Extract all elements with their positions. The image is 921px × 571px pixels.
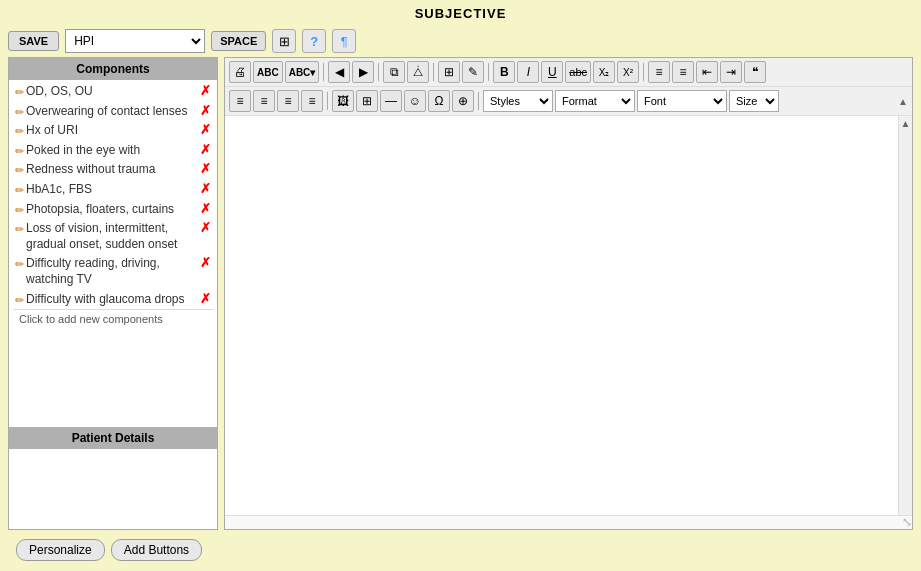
omega-btn[interactable]: Ω: [428, 90, 450, 112]
patient-details-header: Patient Details: [9, 427, 217, 449]
remove-btn[interactable]: ✗: [200, 123, 211, 136]
add-buttons-button[interactable]: Add Buttons: [111, 539, 202, 561]
blockquote-btn[interactable]: ❝: [744, 61, 766, 83]
sep: [433, 63, 434, 81]
space-button[interactable]: SPACE: [211, 31, 266, 51]
edit-btn[interactable]: ✎: [462, 61, 484, 83]
pencil-icon: ✏: [15, 105, 24, 119]
ordered-list-btn[interactable]: ≡: [648, 61, 670, 83]
align-right-btn[interactable]: ≡: [277, 90, 299, 112]
components-list: ✏ OD, OS, OU ✗ ✏ Overwearing of contact …: [9, 80, 217, 427]
list-item[interactable]: ✏ Difficulty with glaucoma drops ✗: [13, 290, 213, 310]
subscript-btn[interactable]: X₂: [593, 61, 615, 83]
page-title: SUBJECTIVE: [0, 0, 921, 25]
editor-body[interactable]: [225, 116, 898, 515]
list-item[interactable]: ✏ Photopsia, floaters, curtains ✗: [13, 200, 213, 220]
list-item[interactable]: ✏ HbA1c, FBS ✗: [13, 180, 213, 200]
table-btn[interactable]: ⊞: [356, 90, 378, 112]
remove-btn[interactable]: ✗: [200, 202, 211, 215]
sep: [643, 63, 644, 81]
print-btn[interactable]: 🖨: [229, 61, 251, 83]
more-btn[interactable]: ⊕: [452, 90, 474, 112]
spellcheck-dropdown-btn[interactable]: ABC▾: [285, 61, 320, 83]
main-content: Components ✏ OD, OS, OU ✗ ✏ Overwearing …: [0, 57, 921, 538]
remove-btn[interactable]: ✗: [200, 143, 211, 156]
patient-details-body: [9, 449, 217, 529]
bottom-buttons: Personalize Add Buttons: [8, 535, 210, 565]
remove-btn[interactable]: ✗: [200, 292, 211, 305]
spellcheck-btn[interactable]: ABC: [253, 61, 283, 83]
styles-dropdown[interactable]: Styles: [483, 90, 553, 112]
help-icon-btn[interactable]: ?: [302, 29, 326, 53]
pencil-icon: ✏: [15, 222, 24, 236]
top-bar: SAVE HPI ROS CC SPACE ⊞ ? ¶: [0, 25, 921, 57]
list-item[interactable]: ✏ Poked in the eye with ✗: [13, 141, 213, 161]
smiley-btn[interactable]: ☺: [404, 90, 426, 112]
remove-btn[interactable]: ✗: [200, 182, 211, 195]
underline-btn[interactable]: U: [541, 61, 563, 83]
copy-btn[interactable]: ⧉: [383, 61, 405, 83]
sep: [327, 92, 328, 110]
align-justify-btn[interactable]: ≡: [301, 90, 323, 112]
size-dropdown[interactable]: Size: [729, 90, 779, 112]
align-center-btn[interactable]: ≡: [253, 90, 275, 112]
sep: [378, 63, 379, 81]
unordered-list-btn[interactable]: ≡: [672, 61, 694, 83]
strikethrough-btn[interactable]: abc: [565, 61, 591, 83]
remove-btn[interactable]: ✗: [200, 221, 211, 234]
editor-toolbar-1: 🖨 ABC ABC▾ ◀ ▶ ⧉ ⧊ ⊞ ✎ B I U abc X₂ X² ≡…: [225, 58, 912, 87]
view-btn[interactable]: ⊞: [438, 61, 460, 83]
scroll-up-btn[interactable]: ▲: [898, 96, 908, 107]
indent-btn[interactable]: ⇥: [720, 61, 742, 83]
list-item[interactable]: ✏ OD, OS, OU ✗: [13, 82, 213, 102]
layout-icon-btn[interactable]: ⊞: [272, 29, 296, 53]
pencil-icon: ✏: [15, 144, 24, 158]
paste-btn[interactable]: ⧊: [407, 61, 429, 83]
hpi-select[interactable]: HPI ROS CC: [65, 29, 205, 53]
hr-btn[interactable]: —: [380, 90, 402, 112]
list-item[interactable]: ✏ Hx of URI ✗: [13, 121, 213, 141]
remove-btn[interactable]: ✗: [200, 256, 211, 269]
pencil-icon: ✏: [15, 203, 24, 217]
save-button[interactable]: SAVE: [8, 31, 59, 51]
sep: [478, 92, 479, 110]
sep: [488, 63, 489, 81]
list-item[interactable]: ✏ Difficulty reading, driving, watching …: [13, 254, 213, 289]
font-dropdown[interactable]: Font: [637, 90, 727, 112]
format-dropdown[interactable]: Format: [555, 90, 635, 112]
pencil-icon: ✏: [15, 163, 24, 177]
bold-btn[interactable]: B: [493, 61, 515, 83]
list-item[interactable]: ✏ Loss of vision, intermittent, gradual …: [13, 219, 213, 254]
image-btn[interactable]: 🖼: [332, 90, 354, 112]
pencil-icon: ✏: [15, 293, 24, 307]
left-panel: Components ✏ OD, OS, OU ✗ ✏ Overwearing …: [8, 57, 218, 530]
pencil-icon: ✏: [15, 124, 24, 138]
pencil-icon: ✏: [15, 257, 24, 271]
pencil-icon: ✏: [15, 85, 24, 99]
list-item[interactable]: ✏ Overwearing of contact lenses ✗: [13, 102, 213, 122]
resize-handle[interactable]: ⤡: [898, 515, 912, 529]
paragraph-icon-btn[interactable]: ¶: [332, 29, 356, 53]
remove-btn[interactable]: ✗: [200, 162, 211, 175]
list-item[interactable]: ✏ Redness without trauma ✗: [13, 160, 213, 180]
superscript-btn[interactable]: X²: [617, 61, 639, 83]
sep: [323, 63, 324, 81]
add-components-link[interactable]: Click to add new components: [13, 309, 213, 328]
components-header: Components: [9, 58, 217, 80]
editor-scrollbar[interactable]: ▲: [898, 116, 912, 515]
personalize-button[interactable]: Personalize: [16, 539, 105, 561]
pencil-icon: ✏: [15, 183, 24, 197]
align-left-btn[interactable]: ≡: [229, 90, 251, 112]
italic-btn[interactable]: I: [517, 61, 539, 83]
undo-btn[interactable]: ◀: [328, 61, 350, 83]
redo-btn[interactable]: ▶: [352, 61, 374, 83]
editor-panel: 🖨 ABC ABC▾ ◀ ▶ ⧉ ⧊ ⊞ ✎ B I U abc X₂ X² ≡…: [224, 57, 913, 530]
remove-btn[interactable]: ✗: [200, 84, 211, 97]
scroll-up-icon[interactable]: ▲: [901, 118, 911, 129]
outdent-btn[interactable]: ⇤: [696, 61, 718, 83]
editor-toolbar-2: ≡ ≡ ≡ ≡ 🖼 ⊞ — ☺ Ω ⊕ Styles Format Font S…: [225, 87, 912, 116]
remove-btn[interactable]: ✗: [200, 104, 211, 117]
